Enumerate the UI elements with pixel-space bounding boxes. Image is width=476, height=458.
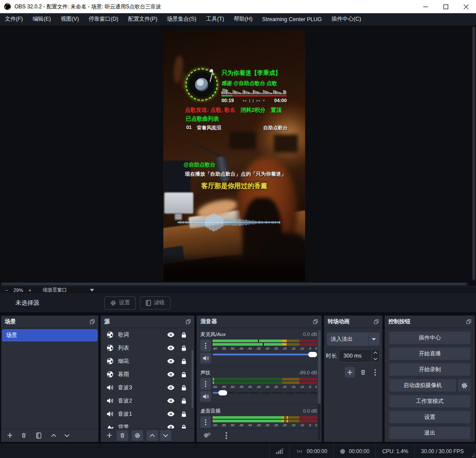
visibility-eye-icon[interactable] xyxy=(166,345,175,351)
mixer-channel-options-button[interactable] xyxy=(200,378,211,390)
scene-filters-button[interactable] xyxy=(35,432,43,440)
mute-speaker-button[interactable] xyxy=(200,353,211,363)
mixer-channel-options-button[interactable] xyxy=(200,416,211,428)
preview-vertical-scrollbar[interactable] xyxy=(472,26,476,281)
source-list-item[interactable]: 歌词 xyxy=(101,328,194,341)
transition-select[interactable]: 淡入淡出 xyxy=(327,332,380,346)
lock-icon[interactable] xyxy=(179,398,188,404)
zoom-dropdown-caret-icon[interactable] xyxy=(90,289,94,292)
lock-icon[interactable] xyxy=(179,358,188,365)
visibility-eye-icon[interactable] xyxy=(166,385,175,390)
progress-waveform xyxy=(221,89,287,95)
duration-spinbox[interactable]: 300 ms xyxy=(339,349,380,362)
dock-popout-icon[interactable] xyxy=(186,319,191,324)
dock-popout-icon[interactable] xyxy=(466,319,471,324)
menu-item[interactable]: 配置文件(P) xyxy=(123,13,162,25)
scene-move-up-button[interactable] xyxy=(50,432,58,440)
minimize-button[interactable] xyxy=(415,0,435,13)
scene-move-down-button[interactable] xyxy=(63,432,71,440)
volume-slider[interactable] xyxy=(213,390,317,395)
duration-increase-button[interactable] xyxy=(372,350,379,356)
source-properties-toolbar-button[interactable] xyxy=(132,430,143,441)
add-scene-button[interactable] xyxy=(6,432,14,440)
maximize-button[interactable] xyxy=(435,0,456,13)
duration-decrease-button[interactable] xyxy=(372,356,379,362)
source-list-item[interactable]: 背景 xyxy=(101,421,194,428)
mixer-options-button[interactable] xyxy=(222,432,230,440)
menu-item[interactable]: 编辑(E) xyxy=(28,13,56,25)
source-list-item[interactable]: 音波1 xyxy=(101,407,194,421)
scenes-dock-header[interactable]: 场景 xyxy=(1,316,98,328)
source-list-item[interactable]: 列表 xyxy=(101,341,194,355)
sources-dock-header[interactable]: 源 xyxy=(101,316,194,328)
dock-popout-icon[interactable] xyxy=(374,319,379,324)
lock-icon[interactable] xyxy=(179,371,188,378)
lock-icon[interactable] xyxy=(179,384,188,391)
volume-slider-handle[interactable] xyxy=(308,352,317,357)
control-button-4[interactable]: 启动虚拟摄像机 xyxy=(389,379,456,392)
source-list-item[interactable]: 音波3 xyxy=(101,381,194,394)
menu-item[interactable]: 插件中心(C) xyxy=(327,13,366,25)
add-transition-button[interactable] xyxy=(345,367,355,377)
lock-icon[interactable] xyxy=(179,411,188,417)
sources-scrollbar[interactable] xyxy=(192,350,193,408)
close-button[interactable] xyxy=(456,0,476,13)
lock-icon[interactable] xyxy=(179,345,188,351)
preview-area[interactable]: 只为你着迷【李秉成】 感谢 @自助点歌台 点歌 00:19 ◂◂ ❙❙ ▸▸ ✕… xyxy=(0,26,476,286)
visibility-eye-icon[interactable] xyxy=(166,425,175,428)
control-button-2[interactable]: 开始直播 xyxy=(389,347,470,360)
visibility-eye-icon[interactable] xyxy=(166,372,175,377)
menu-item[interactable]: Streaming Center PLUG xyxy=(257,13,326,25)
transitions-dock-header[interactable]: 转场动画 xyxy=(324,316,382,328)
add-source-button[interactable] xyxy=(105,432,113,440)
lock-icon[interactable] xyxy=(179,424,188,429)
control-button-6[interactable]: 设置 xyxy=(389,411,470,423)
menu-item[interactable]: 视图(V) xyxy=(56,13,84,25)
control-button-1[interactable]: 插件中心 xyxy=(389,332,470,344)
dock-popout-icon[interactable] xyxy=(90,319,95,324)
remove-transition-button[interactable] xyxy=(359,368,366,376)
lock-icon[interactable] xyxy=(179,332,188,338)
source-list-item[interactable]: 音波2 xyxy=(101,394,194,407)
dock-popout-icon[interactable] xyxy=(313,319,318,324)
speaker-icon xyxy=(107,398,114,404)
player-time-row: 00:19 ◂◂ ❙❙ ▸▸ ✕ 04:00 xyxy=(221,98,287,103)
visibility-eye-icon[interactable] xyxy=(166,398,175,403)
menu-item[interactable]: 工具(T) xyxy=(201,13,229,25)
mute-speaker-button[interactable] xyxy=(200,391,211,402)
source-move-up-button[interactable] xyxy=(147,430,158,441)
advanced-audio-button[interactable] xyxy=(203,432,211,440)
remove-source-button[interactable] xyxy=(117,430,128,441)
visibility-eye-icon[interactable] xyxy=(166,332,175,337)
transition-options-button[interactable] xyxy=(372,368,379,376)
source-list-item[interactable]: 暮雨 xyxy=(101,368,194,381)
menu-item[interactable]: 停靠窗口(D) xyxy=(84,13,123,25)
zoom-out-button[interactable]: − xyxy=(3,288,11,293)
visibility-eye-icon[interactable] xyxy=(166,411,175,417)
source-list-item[interactable]: 烟花 xyxy=(101,355,194,368)
video-canvas[interactable]: 只为你着迷【李秉成】 感谢 @自助点歌台 点歌 00:19 ◂◂ ❙❙ ▸▸ ✕… xyxy=(163,30,305,281)
volume-slider[interactable] xyxy=(213,352,317,357)
control-button-7[interactable]: 退出 xyxy=(389,427,470,439)
zoom-in-button[interactable]: + xyxy=(26,288,33,293)
resize-grip[interactable] xyxy=(470,444,476,458)
source-properties-button[interactable]: 设置 xyxy=(104,296,136,310)
mixer-dock-header[interactable]: 混音器 xyxy=(197,316,321,328)
virtual-camera-config-button[interactable] xyxy=(458,379,470,392)
control-button-5[interactable]: 工作室模式 xyxy=(389,395,470,407)
preview-horizontal-scrollbar[interactable] xyxy=(1,282,469,286)
mixer-scrollbar[interactable] xyxy=(318,329,321,440)
control-button-3[interactable]: 开始录制 xyxy=(389,363,470,376)
source-filters-button[interactable]: 滤镜 xyxy=(140,296,170,310)
scene-list-item-selected[interactable]: 场景 xyxy=(2,329,97,341)
menu-item[interactable]: 场景集合(S) xyxy=(162,13,201,25)
volume-slider-handle[interactable] xyxy=(218,390,227,395)
controls-dock-header[interactable]: 控制按钮 xyxy=(385,316,475,328)
remove-scene-button[interactable] xyxy=(20,432,28,440)
menu-item[interactable]: 文件(F) xyxy=(0,13,28,25)
visibility-eye-icon[interactable] xyxy=(166,358,175,364)
source-move-down-button[interactable] xyxy=(160,430,171,441)
zoom-fit-label[interactable]: 缩放至窗口 xyxy=(40,287,70,293)
mixer-channel-options-button[interactable] xyxy=(200,340,211,351)
menu-item[interactable]: 帮助(H) xyxy=(229,13,257,25)
